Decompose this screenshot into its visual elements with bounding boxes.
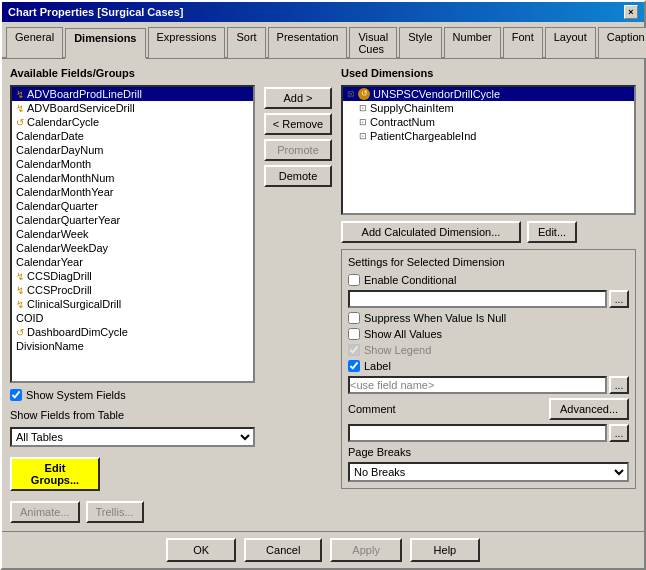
drill-icon: ↯ bbox=[16, 285, 24, 296]
window-title: Chart Properties [Surgical Cases] bbox=[8, 6, 183, 18]
list-item[interactable]: CalendarQuarterYear bbox=[12, 213, 253, 227]
list-item[interactable]: ↯ ADVBoardProdLineDrill bbox=[12, 87, 253, 101]
tab-bar: General Dimensions Expressions Sort Pres… bbox=[2, 22, 644, 59]
show-system-fields-row: Show System Fields bbox=[10, 389, 255, 401]
show-all-values-label: Show All Values bbox=[364, 328, 442, 340]
label-label: Label bbox=[364, 360, 391, 372]
list-item[interactable]: ↯ ClinicalSurgicalDrill bbox=[12, 297, 253, 311]
list-item[interactable]: CalendarWeek bbox=[12, 227, 253, 241]
demote-button[interactable]: Demote bbox=[264, 165, 332, 187]
tab-sort[interactable]: Sort bbox=[227, 27, 265, 58]
enable-conditional-checkbox[interactable] bbox=[348, 274, 360, 286]
conditional-input[interactable] bbox=[348, 290, 607, 308]
advanced-button[interactable]: Advanced... bbox=[549, 398, 629, 420]
list-item[interactable]: ↯ ADVBoardServiceDrill bbox=[12, 101, 253, 115]
tab-font[interactable]: Font bbox=[503, 27, 543, 58]
label-browse-btn[interactable]: ... bbox=[609, 376, 629, 394]
label-row: Label bbox=[348, 360, 629, 372]
add-calculated-button[interactable]: Add Calculated Dimension... bbox=[341, 221, 521, 243]
available-fields-list[interactable]: ↯ ADVBoardProdLineDrill ↯ ADVBoardServic… bbox=[10, 85, 255, 383]
page-breaks-dropdown[interactable]: No Breaks Before After Before and After bbox=[348, 462, 629, 482]
apply-button[interactable]: Apply bbox=[330, 538, 402, 562]
list-item-label: CalendarQuarterYear bbox=[16, 214, 120, 226]
list-item[interactable]: CalendarMonthNum bbox=[12, 171, 253, 185]
dim-item[interactable]: ⊡ SupplyChainItem bbox=[343, 101, 634, 115]
dim-item[interactable]: ⊡ ContractNum bbox=[343, 115, 634, 129]
title-bar: Chart Properties [Surgical Cases] × bbox=[2, 2, 644, 22]
list-item[interactable]: COID bbox=[12, 311, 253, 325]
tab-presentation[interactable]: Presentation bbox=[268, 27, 348, 58]
show-legend-checkbox[interactable] bbox=[348, 344, 360, 356]
page-breaks-label: Page Breaks bbox=[348, 446, 629, 458]
edit-button[interactable]: Edit... bbox=[527, 221, 577, 243]
conditional-browse-btn[interactable]: ... bbox=[609, 290, 629, 308]
list-item[interactable]: ↯ CCSDiagDrill bbox=[12, 269, 253, 283]
comment-input[interactable] bbox=[348, 424, 607, 442]
animate-button[interactable]: Animate... bbox=[10, 501, 80, 523]
label-checkbox[interactable] bbox=[348, 360, 360, 372]
tab-layout[interactable]: Layout bbox=[545, 27, 596, 58]
trellis-button[interactable]: Trellis... bbox=[86, 501, 144, 523]
cancel-button[interactable]: Cancel bbox=[244, 538, 322, 562]
list-item[interactable]: CalendarMonthYear bbox=[12, 185, 253, 199]
edit-groups-button[interactable]: Edit Groups... bbox=[10, 457, 100, 491]
list-item[interactable]: ↺ CalendarCycle bbox=[12, 115, 253, 129]
show-fields-from-table-label: Show Fields from Table bbox=[10, 409, 255, 421]
list-item-label: CalendarYear bbox=[16, 256, 83, 268]
help-button[interactable]: Help bbox=[410, 538, 480, 562]
tab-visual-cues[interactable]: Visual Cues bbox=[349, 27, 397, 58]
left-panel: Available Fields/Groups ↯ ADVBoardProdLi… bbox=[10, 67, 255, 523]
right-panel: Used Dimensions ⊠ ↺ UNSPSCVendorDrillCyc… bbox=[341, 67, 636, 523]
expand-icon: ⊡ bbox=[359, 131, 367, 141]
tab-dimensions[interactable]: Dimensions bbox=[65, 28, 145, 59]
list-item[interactable]: CalendarDate bbox=[12, 129, 253, 143]
dim-item[interactable]: ⊠ ↺ UNSPSCVendorDrillCycle bbox=[343, 87, 634, 101]
list-item-label: ADVBoardProdLineDrill bbox=[27, 88, 142, 100]
list-item-label: ADVBoardServiceDrill bbox=[27, 102, 135, 114]
drill-icon: ↯ bbox=[16, 299, 24, 310]
middle-buttons-panel: Add > < Remove Promote Demote bbox=[263, 67, 333, 523]
add-button[interactable]: Add > bbox=[264, 87, 332, 109]
used-dims-list[interactable]: ⊠ ↺ UNSPSCVendorDrillCycle ⊡ SupplyChain… bbox=[341, 85, 636, 215]
tab-general[interactable]: General bbox=[6, 27, 63, 58]
list-item[interactable]: CalendarWeekDay bbox=[12, 241, 253, 255]
table-dropdown[interactable]: All Tables bbox=[10, 427, 255, 447]
list-item[interactable]: CalendarMonth bbox=[12, 157, 253, 171]
suppress-null-checkbox[interactable] bbox=[348, 312, 360, 324]
promote-button[interactable]: Promote bbox=[264, 139, 332, 161]
list-item-label: CalendarWeekDay bbox=[16, 242, 108, 254]
tab-style[interactable]: Style bbox=[399, 27, 441, 58]
chart-properties-window: Chart Properties [Surgical Cases] × Gene… bbox=[0, 0, 646, 570]
list-item-label: CalendarDayNum bbox=[16, 144, 103, 156]
tab-number[interactable]: Number bbox=[444, 27, 501, 58]
dim-item-label: SupplyChainItem bbox=[370, 102, 454, 114]
tab-expressions[interactable]: Expressions bbox=[148, 27, 226, 58]
content-area: Available Fields/Groups ↯ ADVBoardProdLi… bbox=[2, 59, 644, 531]
list-item[interactable]: CalendarYear bbox=[12, 255, 253, 269]
label-input[interactable] bbox=[348, 376, 607, 394]
dim-item[interactable]: ⊡ PatientChargeableInd bbox=[343, 129, 634, 143]
show-system-fields-label: Show System Fields bbox=[26, 389, 126, 401]
remove-button[interactable]: < Remove bbox=[264, 113, 332, 135]
label-input-row: ... bbox=[348, 376, 629, 394]
bottom-left-buttons: Animate... Trellis... bbox=[10, 501, 255, 523]
tab-caption[interactable]: Caption bbox=[598, 27, 646, 58]
list-item-label: CalendarQuarter bbox=[16, 200, 98, 212]
list-item-label: CalendarWeek bbox=[16, 228, 89, 240]
list-item[interactable]: ↯ CCSProcDrill bbox=[12, 283, 253, 297]
show-system-fields-checkbox[interactable] bbox=[10, 389, 22, 401]
close-button[interactable]: × bbox=[624, 5, 638, 19]
show-all-values-checkbox[interactable] bbox=[348, 328, 360, 340]
list-item[interactable]: ↺ DashboardDimCycle bbox=[12, 325, 253, 339]
comment-browse-btn[interactable]: ... bbox=[609, 424, 629, 442]
list-item[interactable]: CalendarDayNum bbox=[12, 143, 253, 157]
list-item-label: CalendarMonth bbox=[16, 158, 91, 170]
dim-item-label: PatientChargeableInd bbox=[370, 130, 476, 142]
show-legend-label: Show Legend bbox=[364, 344, 431, 356]
settings-title: Settings for Selected Dimension bbox=[348, 256, 629, 268]
list-item[interactable]: DivisionName bbox=[12, 339, 253, 353]
suppress-null-label: Suppress When Value Is Null bbox=[364, 312, 506, 324]
list-item[interactable]: CalendarQuarter bbox=[12, 199, 253, 213]
list-item-label: ClinicalSurgicalDrill bbox=[27, 298, 121, 310]
ok-button[interactable]: OK bbox=[166, 538, 236, 562]
